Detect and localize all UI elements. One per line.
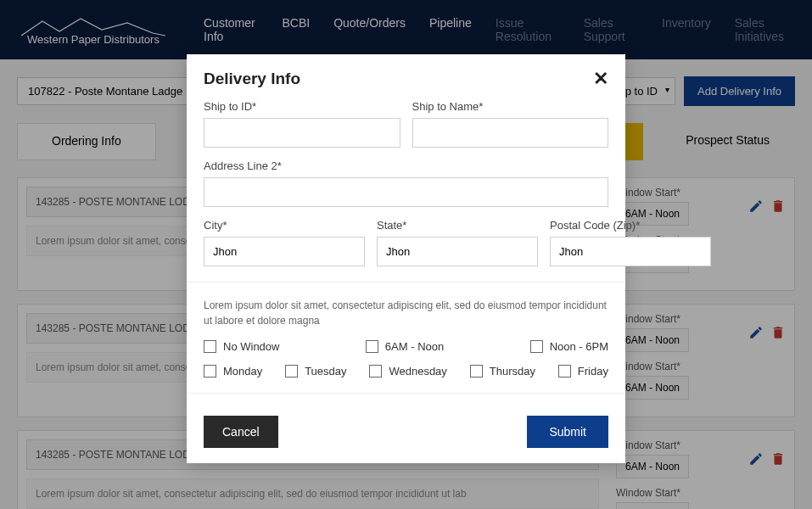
checkbox-label: Monday [223, 365, 262, 378]
city-label: City* [204, 219, 365, 232]
ship-to-id-input[interactable] [204, 118, 400, 148]
modal-title: Delivery Info [204, 70, 300, 88]
checkbox-label: Thursday [490, 365, 535, 378]
city-input[interactable] [204, 237, 365, 266]
ship-to-name-label: Ship to Name* [412, 100, 609, 113]
checkbox-icon [530, 340, 543, 353]
checkbox-icon [366, 340, 378, 353]
state-input[interactable] [377, 237, 538, 266]
cancel-button[interactable]: Cancel [204, 416, 278, 448]
address2-label: Address Line 2* [204, 159, 608, 172]
delivery-info-modal: Delivery Info ✕ Ship to ID* Ship to Name… [187, 54, 625, 463]
checkbox-label: Tuesday [305, 365, 346, 378]
checkbox-label: Noon - 6PM [550, 340, 608, 353]
checkbox-tuesday[interactable]: Tuesday [285, 365, 346, 378]
checkbox-icon [369, 365, 382, 378]
ship-to-id-label: Ship to ID* [204, 100, 400, 113]
state-label: State* [377, 219, 538, 232]
checkbox-monday[interactable]: Monday [204, 365, 262, 378]
ship-to-name-input[interactable] [412, 118, 609, 148]
checkbox-6am-noon[interactable]: 6AM - Noon [366, 340, 444, 353]
checkbox-label: Friday [578, 365, 608, 378]
close-icon[interactable]: ✕ [593, 70, 608, 88]
checkbox-icon [204, 340, 216, 353]
checkbox-label: 6AM - Noon [385, 340, 444, 353]
checkbox-label: No Window [223, 340, 279, 353]
checkbox-icon [285, 365, 298, 378]
postal-input[interactable] [550, 237, 711, 266]
checkbox-icon [470, 365, 483, 378]
checkbox-no-window[interactable]: No Window [204, 340, 279, 353]
submit-button[interactable]: Submit [527, 416, 608, 448]
checkbox-noon-6pm[interactable]: Noon - 6PM [530, 340, 608, 353]
address2-input[interactable] [204, 177, 608, 207]
checkbox-friday[interactable]: Friday [558, 365, 608, 378]
checkbox-thursday[interactable]: Thursday [470, 365, 535, 378]
checkbox-icon [204, 365, 216, 378]
checkbox-icon [558, 365, 571, 378]
postal-label: Postal Code (Zip)* [550, 219, 711, 232]
modal-description: Lorem ipsum dolor sit amet, consectetur … [204, 298, 608, 328]
checkbox-wednesday[interactable]: Wednesday [369, 365, 446, 378]
checkbox-label: Wednesday [389, 365, 446, 378]
